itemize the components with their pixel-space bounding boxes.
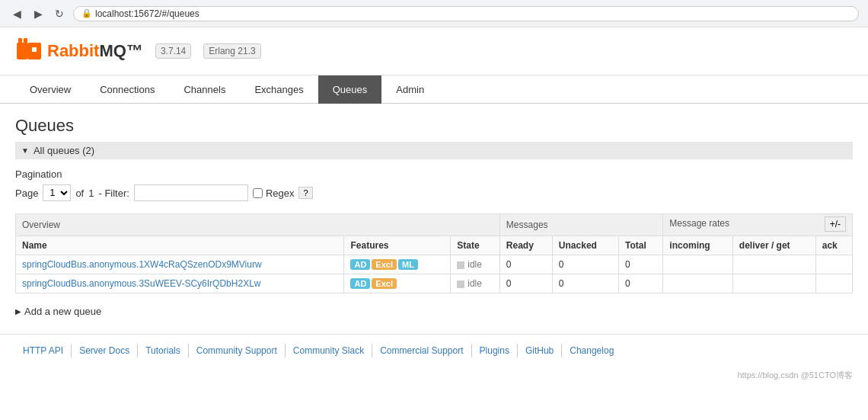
th-name: Name [16, 236, 344, 255]
cell-features: ADExcl [344, 274, 451, 293]
footer-link[interactable]: GitHub [518, 344, 562, 357]
feature-tag: Excl [372, 259, 397, 270]
nav-overview[interactable]: Overview [15, 75, 85, 104]
queue-name-link[interactable]: springCloudBus.anonymous.3SuWEEV-SCy6IrQ… [22, 278, 260, 289]
feature-tag: AD [350, 259, 370, 270]
regex-help-button[interactable]: ? [298, 187, 312, 199]
th-unacked: Unacked [552, 236, 618, 255]
add-queue-row: ▶ Add a new queue [15, 301, 853, 322]
cell-ready: 0 [499, 255, 552, 274]
plus-minus-button[interactable]: +/- [825, 216, 846, 232]
logo-mq-text: MQ™ [99, 41, 142, 61]
footer-link[interactable]: Community Slack [286, 344, 372, 357]
url-text: localhost:15672/#/queues [95, 8, 199, 19]
pagination-label: Pagination [15, 168, 853, 180]
svg-rect-2 [24, 38, 27, 43]
filter-input[interactable] [134, 184, 248, 201]
cell-name: springCloudBus.anonymous.1XW4cRaQSzenODx… [16, 255, 344, 274]
cell-deliver-get [732, 274, 815, 293]
cell-ack [815, 274, 852, 293]
state-label: idle [468, 259, 482, 270]
cell-total: 0 [619, 274, 663, 293]
cell-state: idle [451, 255, 500, 274]
th-group-overview: Overview [16, 214, 500, 236]
section-arrow-icon: ▼ [21, 146, 29, 155]
footer-link[interactable]: Server Docs [72, 344, 138, 357]
back-button[interactable]: ◀ [9, 6, 24, 21]
regex-checkbox-label[interactable]: Regex [253, 188, 295, 199]
of-label: of [75, 188, 84, 199]
refresh-button[interactable]: ↻ [52, 6, 67, 21]
cell-features: ADExclML [344, 255, 451, 274]
address-bar[interactable]: 🔒 localhost:15672/#/queues [73, 6, 859, 21]
main-nav: Overview Connections Channels Exchanges … [0, 75, 868, 104]
app-header: RabbitMQ™ 3.7.14 Erlang 21.3 [0, 27, 868, 75]
cell-unacked: 0 [552, 274, 618, 293]
add-queue-label: Add a new queue [24, 306, 101, 317]
footer-link[interactable]: Plugins [472, 344, 518, 357]
footer-link[interactable]: Community Support [189, 344, 286, 357]
th-state: State [451, 236, 500, 255]
section-header-label: All queues (2) [34, 145, 94, 156]
th-deliver-get: deliver / get [732, 236, 815, 255]
th-ack: ack [815, 236, 852, 255]
page-label: Page [15, 188, 38, 199]
th-group-message-rates: Message rates +/- [663, 214, 853, 236]
page-select[interactable]: 1 [43, 184, 71, 201]
nav-connections[interactable]: Connections [85, 75, 169, 104]
browser-bar: ◀ ▶ ↻ 🔒 localhost:15672/#/queues [0, 0, 868, 27]
state-icon [457, 261, 464, 269]
of-value: 1 [88, 188, 94, 199]
th-total: Total [619, 236, 663, 255]
footer-link[interactable]: HTTP API [15, 344, 72, 357]
th-group-messages: Messages [499, 214, 662, 236]
cell-deliver-get [732, 255, 815, 274]
footer-link[interactable]: Tutorials [138, 344, 189, 357]
footer-link[interactable]: Changelog [562, 344, 621, 357]
queue-name-link[interactable]: springCloudBus.anonymous.1XW4cRaQSzenODx… [22, 259, 262, 270]
pagination-controls: Page 1 of 1 - Filter: Regex ? [15, 184, 853, 201]
version-badge: 3.7.14 [155, 43, 191, 59]
content-area: Queues ▼ All queues (2) Pagination Page … [0, 104, 868, 334]
feature-tag: AD [350, 278, 370, 289]
all-queues-section-header[interactable]: ▼ All queues (2) [15, 142, 853, 159]
table-row: springCloudBus.anonymous.3SuWEEV-SCy6IrQ… [16, 274, 853, 293]
filter-label: - Filter: [98, 188, 129, 199]
feature-tag: Excl [372, 278, 397, 289]
cell-incoming [663, 274, 733, 293]
footer: HTTP APIServer DocsTutorialsCommunity Su… [0, 334, 868, 367]
cell-unacked: 0 [552, 255, 618, 274]
regex-label: Regex [266, 188, 295, 199]
th-incoming: incoming [663, 236, 733, 255]
add-queue-link[interactable]: ▶ Add a new queue [15, 306, 853, 317]
add-queue-arrow-icon: ▶ [15, 307, 21, 316]
nav-channels[interactable]: Channels [169, 75, 240, 104]
cell-state: idle [451, 274, 500, 293]
erlang-badge: Erlang 21.3 [203, 43, 260, 59]
nav-queues[interactable]: Queues [318, 75, 382, 104]
cell-total: 0 [619, 255, 663, 274]
pagination-section: Pagination Page 1 of 1 - Filter: Regex ? [15, 168, 853, 201]
cell-ready: 0 [499, 274, 552, 293]
cell-incoming [663, 255, 733, 274]
state-label: idle [468, 278, 482, 289]
nav-admin[interactable]: Admin [381, 75, 439, 104]
rabbitmq-logo-icon [15, 37, 44, 66]
page-title: Queues [15, 116, 853, 136]
feature-tag: ML [398, 259, 418, 270]
watermark: https://blog.csdn @51CTO博客 [0, 367, 868, 384]
svg-rect-1 [18, 38, 22, 46]
logo-rabbit-text: Rabbit [47, 41, 99, 61]
cell-name: springCloudBus.anonymous.3SuWEEV-SCy6IrQ… [16, 274, 344, 293]
nav-exchanges[interactable]: Exchanges [240, 75, 318, 104]
th-features: Features [344, 236, 451, 255]
regex-checkbox[interactable] [253, 188, 263, 198]
queue-table: Overview Messages Message rates +/- Name… [15, 213, 853, 293]
lock-icon: 🔒 [81, 8, 92, 18]
footer-link[interactable]: Commercial Support [372, 344, 471, 357]
table-row: springCloudBus.anonymous.1XW4cRaQSzenODx… [16, 255, 853, 274]
logo: RabbitMQ™ [15, 37, 143, 66]
svg-rect-4 [32, 47, 37, 52]
forward-button[interactable]: ▶ [30, 6, 46, 21]
cell-ack [815, 255, 852, 274]
